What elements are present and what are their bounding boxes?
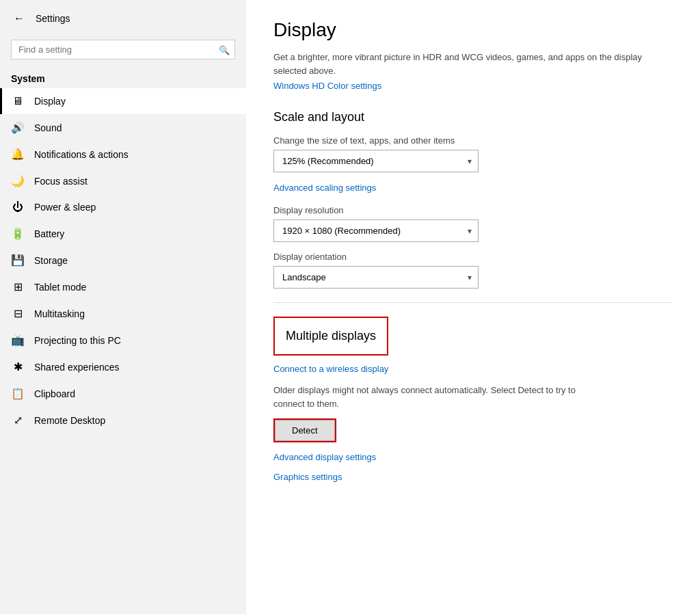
sidebar-header: ← Settings xyxy=(0,0,246,37)
sidebar-nav: 🖥Display🔊Sound🔔Notifications & actions🌙F… xyxy=(0,88,246,433)
detect-btn-wrapper: Detect xyxy=(273,418,336,442)
scale-section-title: Scale and layout xyxy=(273,110,673,124)
bottom-link-1[interactable]: Graphics settings xyxy=(273,472,673,482)
sidebar-item-projecting[interactable]: 📺Projecting to this PC xyxy=(0,327,246,353)
detect-description: Older displays might not always connect … xyxy=(273,384,602,410)
resolution-label: Display resolution xyxy=(273,205,673,215)
sidebar-item-label-battery: Battery xyxy=(34,228,64,239)
sidebar-item-notifications[interactable]: 🔔Notifications & actions xyxy=(0,141,246,168)
multitasking-icon: ⊟ xyxy=(11,307,25,320)
sidebar-item-label-clipboard: Clipboard xyxy=(34,388,75,399)
sidebar-item-remote[interactable]: ⤢Remote Desktop xyxy=(0,407,246,433)
search-input[interactable] xyxy=(11,40,235,59)
sidebar-item-power[interactable]: ⏻Power & sleep xyxy=(0,194,246,220)
display-icon: 🖥 xyxy=(11,95,25,107)
bottom-links: Advanced display settingsGraphics settin… xyxy=(273,452,673,482)
resolution-dropdown[interactable]: 1920 × 1080 (Recommended)1600 × 9001280 … xyxy=(273,219,479,242)
battery-icon: 🔋 xyxy=(11,227,25,240)
sidebar: ← Settings 🔍 System 🖥Display🔊Sound🔔Notif… xyxy=(0,0,246,614)
multiple-displays-title: Multiple displays xyxy=(286,329,376,343)
advanced-scaling-link[interactable]: Advanced scaling settings xyxy=(273,183,376,193)
detect-button[interactable]: Detect xyxy=(275,420,335,441)
page-title: Display xyxy=(273,19,673,41)
sidebar-item-label-multitasking: Multitasking xyxy=(34,308,85,319)
orientation-dropdown[interactable]: LandscapePortraitLandscape (flipped)Port… xyxy=(273,266,479,289)
tablet-icon: ⊞ xyxy=(11,280,25,293)
size-dropdown-wrapper: 100%125% (Recommended)150%175% ▾ xyxy=(273,150,479,172)
sidebar-item-storage[interactable]: 💾Storage xyxy=(0,247,246,273)
sidebar-item-multitasking[interactable]: ⊟Multitasking xyxy=(0,300,246,327)
resolution-dropdown-wrapper: 1920 × 1080 (Recommended)1600 × 9001280 … xyxy=(273,219,479,242)
projecting-icon: 📺 xyxy=(11,334,25,347)
remote-icon: ⤢ xyxy=(11,414,25,427)
sidebar-item-label-projecting: Projecting to this PC xyxy=(34,335,121,346)
system-label: System xyxy=(0,68,246,88)
sidebar-item-focus[interactable]: 🌙Focus assist xyxy=(0,168,246,194)
hdr-link[interactable]: Windows HD Color settings xyxy=(273,81,381,91)
main-content: Display Get a brighter, more vibrant pic… xyxy=(246,0,700,614)
search-icon: 🔍 xyxy=(219,44,230,55)
storage-icon: 💾 xyxy=(11,254,25,267)
sidebar-item-sound[interactable]: 🔊Sound xyxy=(0,114,246,141)
size-label: Change the size of text, apps, and other… xyxy=(273,135,673,146)
sidebar-item-label-notifications: Notifications & actions xyxy=(34,149,129,160)
clipboard-icon: 📋 xyxy=(11,387,25,400)
size-dropdown[interactable]: 100%125% (Recommended)150%175% xyxy=(273,150,479,172)
sidebar-item-label-tablet: Tablet mode xyxy=(34,282,86,293)
orientation-label: Display orientation xyxy=(273,252,673,262)
sidebar-item-clipboard[interactable]: 📋Clipboard xyxy=(0,380,246,407)
shared-icon: ✱ xyxy=(11,360,25,373)
back-button[interactable]: ← xyxy=(11,10,27,27)
sidebar-item-label-power: Power & sleep xyxy=(34,202,96,213)
sidebar-item-tablet[interactable]: ⊞Tablet mode xyxy=(0,273,246,300)
section-divider xyxy=(273,302,673,303)
sidebar-item-label-focus: Focus assist xyxy=(34,176,88,187)
sidebar-item-label-display: Display xyxy=(34,96,66,107)
bottom-link-0[interactable]: Advanced display settings xyxy=(273,452,673,462)
hdr-description: Get a brighter, more vibrant picture in … xyxy=(273,51,673,77)
sidebar-item-display[interactable]: 🖥Display xyxy=(0,88,246,114)
search-box: 🔍 xyxy=(11,40,235,59)
sound-icon: 🔊 xyxy=(11,121,25,134)
multiple-displays-section: Multiple displays xyxy=(273,317,388,356)
wireless-display-link[interactable]: Connect to a wireless display xyxy=(273,364,673,374)
sidebar-item-battery[interactable]: 🔋Battery xyxy=(0,220,246,247)
sidebar-item-label-shared: Shared experiences xyxy=(34,362,120,373)
sidebar-item-label-remote: Remote Desktop xyxy=(34,415,105,426)
power-icon: ⏻ xyxy=(11,201,25,213)
settings-title: Settings xyxy=(36,13,70,24)
focus-icon: 🌙 xyxy=(11,174,25,187)
sidebar-item-label-storage: Storage xyxy=(34,255,68,266)
sidebar-item-shared[interactable]: ✱Shared experiences xyxy=(0,353,246,380)
orientation-dropdown-wrapper: LandscapePortraitLandscape (flipped)Port… xyxy=(273,266,479,289)
sidebar-item-label-sound: Sound xyxy=(34,122,62,133)
notifications-icon: 🔔 xyxy=(11,148,25,161)
